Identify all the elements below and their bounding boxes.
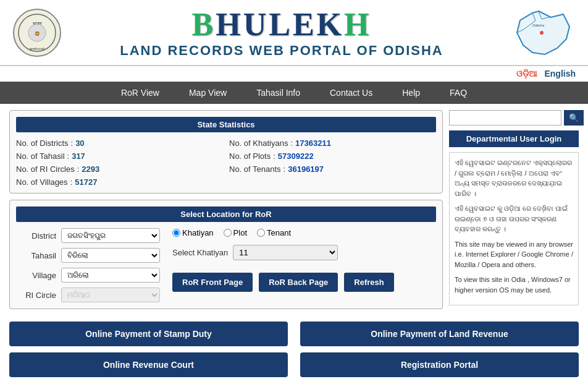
location-dropdowns: District ଜଗତସିଂହପୁର Tahasil ବିରିଲୋ Villa… <box>16 228 160 302</box>
search-button[interactable]: 🔍 <box>564 110 584 126</box>
tahasil-row: Tahasil ବିରିଲୋ <box>16 248 160 263</box>
bottom-buttons-row2: Online Revenue Court Registration Portal <box>0 349 588 380</box>
stat-tahasil-label: No. of Tahasil <box>16 151 65 161</box>
site-subtitle: LAND RECORDS WEB PORTAL OF ODISHA <box>62 43 502 59</box>
tenant-radio[interactable] <box>257 229 265 237</box>
search-box: 🔍 <box>449 110 579 126</box>
stat-khatiyans-value: 17363211 <box>295 138 331 148</box>
district-select[interactable]: ଜଗତସିଂହପୁର <box>61 228 160 243</box>
tahasil-label: Tahasil <box>16 251 56 260</box>
khatiyan-radio[interactable] <box>172 229 180 237</box>
select-location-section: Select Location for RoR District ଜଗତସିଂହ… <box>9 200 443 309</box>
village-row: Village ଅରିଲୋ <box>16 268 160 283</box>
ricircle-row: RI Circle ମଠିଆଠ <box>16 288 160 302</box>
state-statistics-section: State Statistics No. of Districts : 30 N… <box>9 110 443 194</box>
ricircle-select[interactable]: ମଠିଆଠ <box>61 288 160 302</box>
stat-districts-label: No. of Districts <box>16 138 69 148</box>
site-title: BHULEKH <box>62 6 502 43</box>
stat-tenants: No. of Tenants : 36196197 <box>229 164 436 174</box>
stat-tenants-value: 36196197 <box>288 164 324 174</box>
stat-villages-label: No. of Villages <box>16 177 68 187</box>
stat-plots: No. of Plots : 57309222 <box>229 151 436 161</box>
header-center: BHULEKH LAND RECORDS WEB PORTAL OF ODISH… <box>62 6 502 59</box>
info-text-english-1: This site may be viewed in any browser i… <box>455 239 573 270</box>
info-box: ଏହି ୱେବସାଇଟ ଇଣ୍ଟରନେଟ ଏକ୍ସପ୍ଲୋରର / ଗୁଗଲ ଚ… <box>449 152 579 305</box>
header-logo-left: भारत 🦁 सत्यमेव जयते <box>12 8 62 58</box>
info-text-odia-2: ଏହି ୱେବସାଇଟ କୁ ଓଡ଼ିଆ ରେ ଦେଖ଼ିବା ପାଇଁ ଉଇଣ… <box>455 203 573 234</box>
village-select[interactable]: ଅରିଲୋ <box>61 268 160 283</box>
info-text-odia-1: ଏହି ୱେବସାଇଟ ଇଣ୍ଟରନେଟ ଏକ୍ସପ୍ଲୋରର / ଗୁଗଲ ଚ… <box>455 158 573 198</box>
action-buttons: RoR Front Page RoR Back Page Refresh <box>172 273 436 292</box>
svg-point-6 <box>540 31 544 35</box>
district-row: District ଜଗତସିଂହପୁର <box>16 228 160 243</box>
info-text-english-2: To view this site in Odia , Windows7 or … <box>455 275 573 295</box>
ricircle-label: RI Circle <box>16 291 56 300</box>
village-label: Village <box>16 271 56 280</box>
tahasil-select[interactable]: ବିରିଲୋ <box>61 248 160 263</box>
stat-plots-value: 57309222 <box>278 151 314 161</box>
stat-districts: No. of Districts : 30 <box>16 138 223 148</box>
dept-login-button[interactable]: Departmental User Login <box>449 130 579 147</box>
land-revenue-button[interactable]: Online Payment of Land Revenue <box>300 322 579 346</box>
plot-radio[interactable] <box>224 229 232 237</box>
stats-grid: No. of Districts : 30 No. of Khatiyans :… <box>16 138 436 187</box>
odisha-map-icon: Odisha <box>502 8 576 58</box>
location-form-grid: District ଜଗତସିଂହପୁର Tahasil ବିରିଲୋ Villa… <box>16 228 436 302</box>
nav-map-view[interactable]: Map View <box>174 82 242 104</box>
select-khatiyan-label: Select Khatiyan <box>172 248 228 257</box>
right-panel: 🔍 Departmental User Login ଏହି ୱେବସାଇଟ ଇଣ… <box>449 110 579 309</box>
main-content: State Statistics No. of Districts : 30 N… <box>0 104 588 315</box>
lang-bar: ଓଡ଼ିଆ English <box>0 66 588 82</box>
nav-faq[interactable]: FAQ <box>435 82 482 104</box>
stat-khatiyans: No. of Khatiyans : 17363211 <box>229 138 436 148</box>
stat-villages: No. of Villages : 51727 <box>16 177 223 187</box>
select-khatiyan-row: Select Khatiyan 11 <box>172 245 436 260</box>
tenant-radio-label[interactable]: Tenant <box>257 228 291 237</box>
search-input[interactable] <box>449 110 561 126</box>
stat-districts-value: 30 <box>75 138 84 148</box>
stat-ricircles: No. of RI Circles : 2293 <box>16 164 223 174</box>
khatiyan-radio-label[interactable]: Khatiyan <box>172 228 214 237</box>
select-location-title: Select Location for RoR <box>16 207 436 222</box>
left-panel: State Statistics No. of Districts : 30 N… <box>9 110 443 309</box>
type-radio-group: Khatiyan Plot Tenant <box>172 228 436 237</box>
svg-text:Odisha: Odisha <box>532 23 545 27</box>
stat-tenants-label: No. of Tenants <box>229 164 281 174</box>
odia-lang-link[interactable]: ଓଡ଼ିଆ <box>516 69 537 79</box>
bottom-buttons: Online Payment of Stamp Duty Online Paym… <box>0 315 588 349</box>
district-label: District <box>16 231 56 241</box>
stat-tahasil-value: 317 <box>72 151 85 161</box>
header: भारत 🦁 सत्यमेव जयते BHULEKH LAND RECORDS… <box>0 0 588 66</box>
emblem-icon: भारत 🦁 सत्यमेव जयते <box>12 8 62 58</box>
main-nav: RoR View Map View Tahasil Info Contact U… <box>0 82 588 104</box>
nav-ror-view[interactable]: RoR View <box>106 82 174 104</box>
english-lang-link[interactable]: English <box>544 69 576 79</box>
state-statistics-title: State Statistics <box>16 117 436 132</box>
location-radio-khatiyan: Khatiyan Plot Tenant Select Khatiyan 11 <box>172 228 436 302</box>
stat-khatiyans-label: No. of Khatiyans <box>229 138 288 148</box>
nav-tahasil-info[interactable]: Tahasil Info <box>242 82 315 104</box>
stat-ricircles-value: 2293 <box>82 164 99 174</box>
svg-text:सत्यमेव जयते: सत्यमेव जयते <box>29 47 44 51</box>
plot-radio-label[interactable]: Plot <box>224 228 247 237</box>
stamp-duty-button[interactable]: Online Payment of Stamp Duty <box>9 322 288 346</box>
revenue-court-button[interactable]: Online Revenue Court <box>9 352 288 377</box>
stat-tahasil: No. of Tahasil : 317 <box>16 151 223 161</box>
refresh-button[interactable]: Refresh <box>344 273 393 292</box>
ror-back-page-button[interactable]: RoR Back Page <box>259 273 338 292</box>
ror-front-page-button[interactable]: RoR Front Page <box>172 273 253 292</box>
khatiyan-select[interactable]: 11 <box>233 245 338 260</box>
svg-text:🦁: 🦁 <box>35 31 40 36</box>
nav-contact-us[interactable]: Contact Us <box>315 82 387 104</box>
nav-help[interactable]: Help <box>387 82 435 104</box>
stat-plots-label: No. of Plots <box>229 151 271 161</box>
stat-ricircles-label: No. of RI Circles <box>16 164 75 174</box>
stat-villages-value: 51727 <box>75 177 97 187</box>
registration-portal-button[interactable]: Registration Portal <box>300 352 579 377</box>
